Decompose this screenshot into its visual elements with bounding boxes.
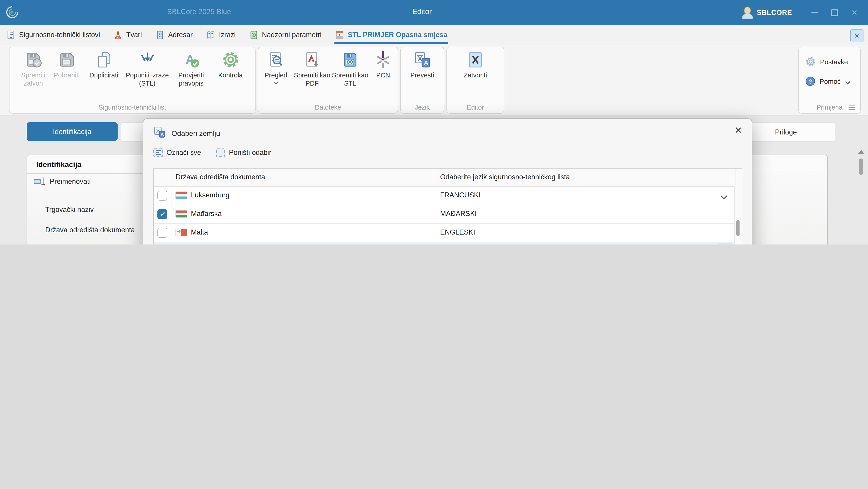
tab-label: Izrazi (219, 31, 236, 39)
help-button[interactable]: ? Pomoć (805, 76, 849, 86)
save-as-stl-button[interactable]: Spremiti kao STL (332, 50, 369, 88)
minimize-button[interactable] (805, 0, 825, 25)
rename-button[interactable]: Preimenovati (33, 177, 91, 185)
flag-malta-icon (176, 229, 187, 236)
table-row[interactable]: ✓ Mađarska MAĐARSKI (154, 205, 742, 224)
ribbon-group-label: Editor (447, 104, 504, 111)
chevron-down-icon (845, 79, 850, 84)
duplicate-icon (95, 50, 113, 69)
close-icon: × (735, 123, 742, 137)
open-language-dropdown-button[interactable] (717, 243, 733, 244)
tab-label: Tvari (126, 31, 142, 39)
close-icon: × (855, 31, 859, 40)
menu-icon[interactable] (848, 107, 855, 108)
user-avatar-icon (741, 6, 753, 19)
close-tab-button[interactable]: × (850, 29, 864, 42)
tab-label: Adresar (168, 31, 193, 39)
save-as-pdf-button[interactable]: Spremiti kao PDF (293, 50, 331, 88)
flag-hungary-icon (176, 210, 187, 218)
ribbon-group-label: Jezik (401, 104, 444, 111)
flask-icon (114, 30, 123, 39)
table-row-selected[interactable]: ✓ Nizozemska NIZOZEMSKI (154, 242, 742, 244)
store-button: Pohraniti (51, 50, 83, 88)
green-gear-icon (221, 50, 240, 69)
minimize-icon (811, 12, 818, 13)
ribbon-group-jezik: A Prevesti Jezik (400, 47, 444, 114)
table-row[interactable]: Luksemburg FRANCUSKI (154, 186, 742, 205)
tab-stl-primjer-opasna-smjesa[interactable]: STL PRIMJER Opasna smjesa (335, 25, 447, 45)
translate-button[interactable]: A Prevesti (403, 50, 441, 79)
fill-arrows-icon (138, 50, 156, 69)
tab-label: Sigurnosno-tehnički listovi (19, 31, 100, 39)
dialog-close-button[interactable]: × (735, 123, 742, 137)
row-checkbox[interactable] (157, 228, 167, 238)
spellcheck-button[interactable]: A Provjeriti pravopis (170, 50, 212, 88)
book-icon (206, 30, 215, 39)
translate-icon: A (153, 126, 166, 139)
close-editor-button[interactable]: Zatvoriti (456, 50, 494, 79)
close-icon: × (851, 7, 857, 18)
svg-text:A: A (161, 132, 164, 137)
ribbon-group-sigurnosno-tehnicki-list: Spremi i zatvori Pohraniti (9, 47, 255, 114)
clear-selection-icon (216, 148, 225, 157)
section-tab-identifikacija[interactable]: Identifikacija (27, 122, 118, 141)
svg-text:A: A (424, 59, 428, 66)
select-all-icon (153, 148, 163, 157)
chevron-down-icon (273, 80, 279, 85)
table-scrollbar-thumb[interactable] (736, 220, 740, 236)
tab-nadzorni-parametri[interactable]: Nadzorni parametri (249, 25, 321, 45)
dialog-title: Odaberi zemlju (172, 130, 220, 138)
tab-adresar[interactable]: Adresar (155, 25, 193, 45)
ribbon-group-datoteke: Pregled Spremiti kao PDF (258, 47, 398, 114)
module-tab-bar: Sigurnosno-tehnički listovi Tvari Adresa… (0, 25, 868, 45)
settings-button[interactable]: Postavke (805, 56, 848, 67)
tab-sigurnosno-tehnicki-listovi[interactable]: Sigurnosno-tehnički listovi (6, 25, 100, 45)
tab-izrazi[interactable]: Izrazi (206, 25, 236, 45)
help-icon: ? (805, 76, 815, 86)
tab-label: STL PRIMJER Opasna smjesa (348, 31, 447, 39)
preview-icon (267, 50, 285, 69)
country-table: Država odredišta dokumenta Odaberite jez… (153, 168, 742, 244)
ribbon-group-label: Sigurnosno-tehnički list (9, 104, 255, 111)
pcn-asterisk-icon (374, 50, 392, 69)
clear-selection-button[interactable]: Poništi odabir (216, 148, 271, 157)
stl-document-icon (335, 30, 344, 39)
chevron-down-icon[interactable] (720, 192, 727, 199)
ribbon: Spremi i zatvori Pohraniti (0, 45, 868, 116)
preview-button[interactable]: Pregled (259, 50, 293, 88)
table-row[interactable]: Malta ENGLESKI (154, 224, 742, 242)
table-scrollbar[interactable] (734, 186, 742, 244)
fill-terms-button[interactable]: Popuniti izraze (STL) (125, 50, 169, 88)
document-list-icon (6, 30, 16, 39)
save-close-icon (24, 50, 42, 69)
close-window-button[interactable]: × (844, 0, 864, 25)
ribbon-group-primjena: Postavke ? Pomoć Primjena (798, 47, 861, 114)
close-document-icon (466, 50, 485, 69)
select-country-dialog: A Odaberi zemlju × Označi sve Poništi od… (143, 118, 752, 244)
rename-icon (33, 177, 46, 185)
pcn-button[interactable]: PCN (370, 50, 397, 88)
tab-label: Nadzorni parametri (262, 31, 321, 39)
row-checkbox[interactable]: ✓ (157, 209, 167, 219)
control-button[interactable]: Kontrola (213, 50, 248, 88)
pdf-icon (303, 50, 321, 69)
account-label: SBLCORE (757, 8, 792, 17)
title-bar: SBLCore 2025 Blue Editor SBLCORE × (0, 0, 868, 25)
flag-luxembourg-icon (176, 192, 187, 199)
field-label: Država odredišta dokumenta (45, 226, 135, 234)
restore-button[interactable] (825, 0, 844, 25)
restore-icon (831, 9, 838, 16)
scrollbar-thumb[interactable] (859, 159, 863, 175)
ribbon-group-editor: Zatvoriti Editor (446, 47, 504, 114)
svg-text:?: ? (809, 78, 812, 85)
select-all-button[interactable]: Označi sve (153, 148, 201, 157)
translate-icon: A (413, 50, 431, 69)
duplicate-button[interactable]: Duplicirati (84, 50, 124, 88)
table-header: Država odredišta dokumenta Odaberite jez… (154, 169, 742, 186)
stl-floppy-icon (341, 50, 359, 69)
scroll-up-arrow[interactable] (858, 150, 865, 154)
column-country: Država odredišta dokumenta (176, 173, 265, 181)
building-icon (155, 30, 164, 39)
tab-tvari[interactable]: Tvari (114, 25, 142, 45)
row-checkbox[interactable] (157, 191, 167, 201)
